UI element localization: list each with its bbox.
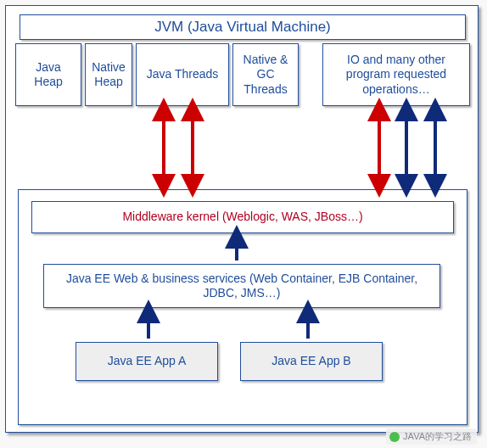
diagram-canvas: JVM (Java Virtual Machine) Java Heap Nat… [5, 5, 479, 433]
credit-badge: JAVA的学习之路 [386, 428, 477, 445]
arrows-layer [6, 6, 479, 430]
wechat-icon [389, 432, 400, 442]
credit-text: JAVA的学习之路 [403, 430, 472, 443]
